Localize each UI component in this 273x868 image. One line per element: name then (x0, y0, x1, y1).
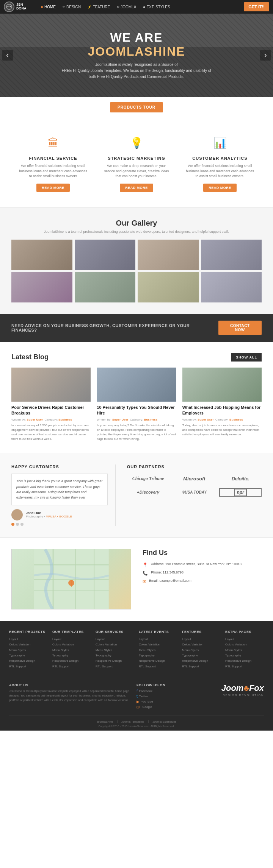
gallery-section: Our Gallery JoomlaShine is a team of pro… (0, 207, 273, 314)
testimonial-author: Jane Doe Photography • MFUSA • GOOGLE (11, 509, 108, 520)
social-facebook[interactable]: f Facebook (136, 689, 197, 693)
blog-post-1-title[interactable]: Poor Service Drives Rapid Customer Break… (11, 405, 91, 416)
blog-post-3: What Increased Job Hopping Means for Emp… (182, 368, 262, 442)
gallery-item-2[interactable] (75, 240, 136, 270)
social-twitter[interactable]: t Twitter (136, 694, 197, 698)
footer-col-events-item-3[interactable]: Menu Styles (139, 648, 177, 653)
footer-col-features-item-3[interactable]: Menu Styles (182, 648, 221, 653)
design-icon: ✏ (63, 5, 65, 9)
gallery-item-4[interactable] (201, 240, 262, 270)
footer-col-recent-item-5[interactable]: Responsive Design (9, 658, 48, 664)
social-google-plus[interactable]: g+ Google+ (136, 705, 197, 709)
nav-item-feature[interactable]: ⚡ FEATURE (85, 0, 113, 14)
logo-icon (4, 2, 14, 12)
analytics-desc: We offer financial solutions including s… (186, 164, 254, 179)
gallery-item-5[interactable] (11, 272, 72, 302)
analytics-read-more-button[interactable]: READ MORE (203, 184, 237, 192)
footer-col-features-item-2[interactable]: Colors Variation (182, 642, 221, 647)
blog-post-2-image[interactable] (97, 368, 176, 402)
footer-col-services-item-5[interactable]: Responsive Design (96, 658, 134, 664)
footer-col-services-item-6[interactable]: RTL Support (96, 664, 134, 669)
hero-next-arrow[interactable]: › (260, 50, 271, 61)
footer-col-events-item-4[interactable]: Typography (139, 653, 177, 658)
home-nav-dot (41, 6, 43, 8)
footer-col-extra-item-4[interactable]: Typography (225, 653, 264, 658)
blog-post-1-meta: Written by: Super User Category: Busines… (11, 418, 91, 421)
footer-col-services-item-3[interactable]: Menu Styles (96, 648, 134, 653)
footer-col-templates-item-2[interactable]: Colors Variation (52, 642, 91, 647)
footer-col-templates-item-6[interactable]: RTL Support (52, 664, 91, 669)
blog-post-2-title[interactable]: 10 Personality Types You Should Never Hi… (97, 405, 176, 416)
dot-1[interactable] (11, 523, 14, 526)
partner-microsoft: Microsoft (173, 474, 216, 484)
financial-read-more-button[interactable]: READ MORE (36, 184, 70, 192)
footer-col-recent-item-2[interactable]: Colors Variation (9, 642, 48, 647)
testimonial-text: This is just a big thank you to a great … (11, 474, 108, 505)
contact-now-button[interactable]: CONTACT NOW (218, 321, 262, 335)
gallery-item-3[interactable] (138, 240, 199, 270)
dot-2[interactable] (16, 523, 19, 526)
footer-col-extra-item-2[interactable]: Colors Variation (225, 642, 264, 647)
footer-col-extra: EXTRA PAGES Layout Colors Variation Menu… (225, 630, 264, 669)
footer-col-extra-item-3[interactable]: Menu Styles (225, 648, 264, 653)
phone-icon: 📞 (143, 571, 148, 576)
blog-post-3-title[interactable]: What Increased Job Hopping Means for Emp… (182, 405, 262, 416)
footer-col-services-item-2[interactable]: Colors Variation (96, 642, 134, 647)
author-info: Jane Doe Photography • MFUSA • GOOGLE (26, 511, 72, 518)
gallery-item-7[interactable] (138, 272, 199, 302)
footer-follow-title: FOLLOW US ON (136, 683, 197, 687)
footer-col-recent-item-1[interactable]: Layout (9, 637, 48, 642)
footer-col-recent-item-4[interactable]: Typography (9, 653, 48, 658)
map-area[interactable] (11, 549, 131, 609)
products-tour-button[interactable]: PRODUCTS TOUR (110, 102, 163, 112)
social-youtube[interactable]: ▶ YouTube (136, 700, 197, 704)
footer-col-templates-item-5[interactable]: Responsive Design (52, 658, 91, 664)
footer-col-extra-item-6[interactable]: RTL Support (225, 664, 264, 669)
footer-col-templates-item-1[interactable]: Layout (52, 637, 91, 642)
dot-3[interactable] (20, 523, 24, 526)
nav-item-design[interactable]: ✏ DESIGN (60, 0, 84, 14)
gallery-item-1[interactable] (11, 240, 72, 270)
partners-grid: Chicago Tribune Microsoft Deloitte. ●Dis… (127, 474, 262, 497)
footer-col-services-item-1[interactable]: Layout (96, 637, 134, 642)
footer-col-recent-item-6[interactable]: RTL Support (9, 664, 48, 669)
footer-col-events-item-5[interactable]: Responsive Design (139, 658, 177, 664)
nav-item-ext-styles[interactable]: ◆ EXT. STYLES (140, 0, 173, 14)
footer-link-extensions[interactable]: Joomla Extensions (152, 720, 176, 723)
footer-link-templates[interactable]: Joomla Templates (121, 720, 144, 723)
get-it-button[interactable]: GET IT!! (244, 2, 269, 11)
footer-col-events-item-1[interactable]: Layout (139, 637, 177, 642)
show-all-button[interactable]: SHOW ALL (231, 353, 262, 362)
gallery-item-8[interactable] (201, 272, 262, 302)
footer-col-services-item-4[interactable]: Typography (96, 653, 134, 658)
gallery-item-6[interactable] (75, 272, 136, 302)
blog-post-3-image[interactable] (182, 368, 262, 402)
marketing-read-more-button[interactable]: READ MORE (120, 184, 153, 192)
footer-col-features-item-6[interactable]: RTL Support (182, 664, 221, 669)
author-avatar (11, 509, 23, 520)
footer-col-extra-item-5[interactable]: Responsive Design (225, 658, 264, 664)
nav-item-home[interactable]: HOME (38, 0, 59, 14)
hero-prev-arrow[interactable]: ‹ (2, 50, 13, 61)
footer-col-features-item-4[interactable]: Typography (182, 653, 221, 658)
footer-col-extra-item-1[interactable]: Layout (225, 637, 264, 642)
footer-col-events-item-6[interactable]: RTL Support (139, 664, 177, 669)
blog-post-3-desc: Today, shorter job tenures are much more… (182, 423, 262, 437)
footer-link-joomlashine[interactable]: JoomlaShine (97, 720, 113, 723)
footer-col-recent-item-3[interactable]: Menu Styles (9, 648, 48, 653)
joomla-icon: ⚙ (117, 5, 119, 9)
footer-col-features: FEATURES Layout Colors Variation Menu St… (182, 630, 221, 669)
footer-grid: RECENT PROJECTS Layout Colors Variation … (9, 630, 264, 677)
nav-item-joomla[interactable]: ⚙ JOOMLA (114, 0, 139, 14)
address-icon: 📍 (143, 563, 148, 567)
footer-about-title: ABOUT US (9, 683, 130, 687)
footer-col-features-item-1[interactable]: Layout (182, 637, 221, 642)
blog-post-1-image[interactable] (11, 368, 91, 402)
footer-col-events-item-2[interactable]: Colors Variation (139, 642, 177, 647)
footer-col-templates-item-4[interactable]: Typography (52, 653, 91, 658)
footer-col-features-item-5[interactable]: Responsive Design (182, 658, 221, 664)
site-logo[interactable]: JSN DONA (4, 2, 30, 12)
footer-col-templates-item-3[interactable]: Menu Styles (52, 648, 91, 653)
blog-post-3-meta: Written by: Super User Category: Busines… (182, 418, 262, 421)
blog-grid: Poor Service Drives Rapid Customer Break… (11, 368, 262, 442)
